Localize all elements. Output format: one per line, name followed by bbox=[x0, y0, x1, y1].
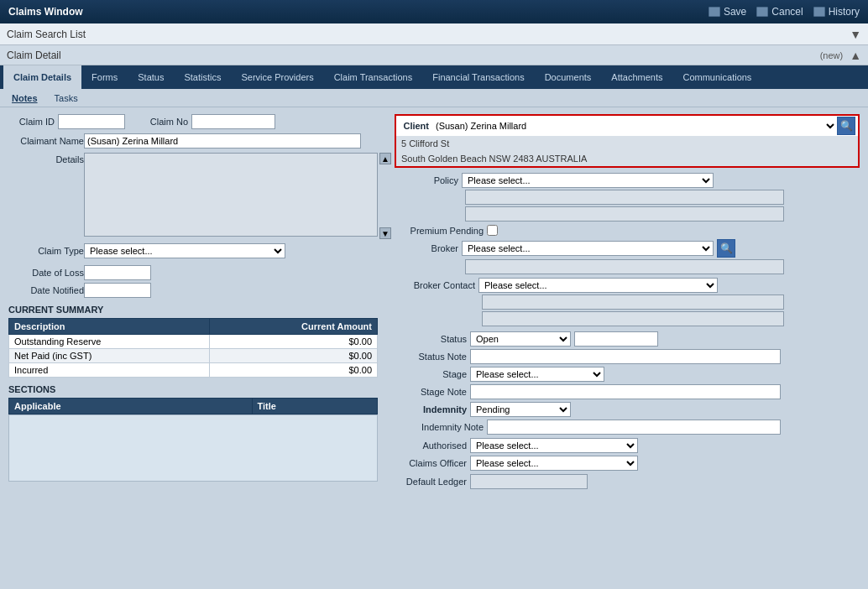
broker-contact-select[interactable]: Please select... bbox=[478, 278, 718, 293]
date-of-loss-row: Date of Loss bbox=[8, 265, 378, 280]
indemnity-note-row: Indemnity Note bbox=[395, 420, 860, 435]
date-notified-row: Date Notified bbox=[8, 283, 378, 298]
claimant-row: Claimant Name bbox=[8, 133, 378, 149]
summary-amount-outstanding: $0.00 bbox=[210, 335, 378, 349]
premium-pending-checkbox[interactable] bbox=[487, 225, 498, 236]
search-bar-toggle[interactable]: ▼ bbox=[850, 28, 861, 41]
summary-desc-netpaid: Net Paid (inc GST) bbox=[9, 349, 210, 363]
left-panel: Claim ID Claim No Claimant Name Details … bbox=[0, 107, 386, 589]
stage-select[interactable]: Please select... bbox=[470, 367, 604, 382]
status-note-field[interactable] bbox=[470, 349, 781, 364]
scroll-down-button[interactable]: ▼ bbox=[379, 227, 391, 239]
summary-row-incurred: Incurred $0.00 bbox=[9, 363, 378, 378]
tab-claim-details[interactable]: Claim Details bbox=[3, 65, 81, 89]
app-title: Claims Window bbox=[8, 6, 83, 18]
tab-statistics[interactable]: Statistics bbox=[174, 65, 231, 89]
title-bar: Claims Window Save Cancel History bbox=[0, 0, 868, 23]
client-box: Client (Susan) Zerina Millard 🔍 5 Cliffo… bbox=[395, 114, 860, 168]
stage-row: Stage Please select... bbox=[395, 367, 860, 382]
broker-select[interactable]: Please select... bbox=[462, 241, 714, 256]
claimant-name-input[interactable] bbox=[84, 133, 361, 149]
premium-pending-label: Premium Pending bbox=[395, 226, 487, 236]
status-note-row: Status Note bbox=[395, 349, 860, 364]
date-of-loss-input[interactable] bbox=[84, 265, 151, 280]
indemnity-row: Indemnity Pending bbox=[395, 402, 860, 417]
authorised-label: Authorised bbox=[395, 440, 470, 451]
date-notified-input[interactable] bbox=[84, 283, 151, 298]
tab-forms[interactable]: Forms bbox=[81, 65, 128, 89]
summary-row-netpaid: Net Paid (inc GST) $0.00 bbox=[9, 349, 378, 363]
status-note-input[interactable] bbox=[574, 331, 658, 347]
sections-body bbox=[8, 414, 378, 482]
sections-header: SECTIONS bbox=[8, 384, 378, 394]
broker-field bbox=[465, 259, 784, 274]
claim-type-label: Claim Type bbox=[8, 246, 84, 256]
client-search-button[interactable]: 🔍 bbox=[837, 117, 855, 135]
claim-status-new: (new) bbox=[820, 50, 844, 60]
broker-row: Broker Please select... 🔍 bbox=[395, 239, 860, 258]
history-button[interactable]: History bbox=[813, 6, 860, 18]
broker-search-button[interactable]: 🔍 bbox=[717, 239, 735, 258]
stage-note-field[interactable] bbox=[470, 384, 781, 399]
premium-row: Premium Pending bbox=[395, 225, 860, 236]
details-label: Details bbox=[8, 153, 84, 164]
default-ledger-label: Default Ledger bbox=[395, 477, 470, 487]
indemnity-select[interactable]: Pending bbox=[470, 402, 571, 417]
details-wrap: ▲ ▼ bbox=[84, 153, 378, 239]
broker-search-icon: 🔍 bbox=[720, 242, 733, 254]
claim-id-group: Claim ID bbox=[8, 114, 125, 129]
tab-service-providers[interactable]: Service Providers bbox=[231, 65, 323, 89]
claims-officer-row: Claims Officer Please select... bbox=[395, 456, 860, 471]
claim-ids-row: Claim ID Claim No bbox=[8, 114, 378, 129]
history-icon bbox=[813, 7, 825, 17]
claim-type-select[interactable]: Please select... bbox=[84, 243, 285, 258]
policy-select[interactable]: Please select... bbox=[462, 173, 714, 188]
cancel-icon bbox=[756, 7, 768, 17]
claim-detail-toggle[interactable]: ▲ bbox=[850, 49, 861, 62]
tab-financial-transactions[interactable]: Financial Transactions bbox=[422, 65, 534, 89]
client-address1: 5 Clifford St bbox=[396, 136, 858, 151]
summary-amount-incurred: $0.00 bbox=[210, 363, 378, 378]
subtab-notes[interactable]: Notes bbox=[3, 89, 46, 107]
scroll-up-button[interactable]: ▲ bbox=[379, 153, 391, 164]
summary-desc-incurred: Incurred bbox=[9, 363, 210, 378]
claim-detail-label: Claim Detail bbox=[7, 50, 61, 61]
save-icon bbox=[709, 7, 720, 17]
claim-detail-bar: Claim Detail (new) ▲ bbox=[0, 45, 868, 65]
authorised-row: Authorised Please select... bbox=[395, 438, 860, 453]
subtab-tasks[interactable]: Tasks bbox=[46, 89, 86, 107]
broker-contact-row: Broker Contact Please select... bbox=[395, 278, 860, 293]
claim-no-input[interactable] bbox=[191, 114, 275, 129]
tab-documents[interactable]: Documents bbox=[535, 65, 602, 89]
summary-row-outstanding: Outstanding Reserve $0.00 bbox=[9, 335, 378, 349]
sections-table: Applicable Title bbox=[8, 398, 378, 414]
details-textarea[interactable] bbox=[84, 153, 378, 237]
cancel-button[interactable]: Cancel bbox=[756, 6, 803, 18]
tab-status[interactable]: Status bbox=[128, 65, 174, 89]
client-select[interactable]: (Susan) Zerina Millard bbox=[432, 118, 837, 133]
right-panel: Client (Susan) Zerina Millard 🔍 5 Cliffo… bbox=[386, 107, 868, 589]
claim-id-label: Claim ID bbox=[8, 117, 55, 127]
tab-claim-transactions[interactable]: Claim Transactions bbox=[324, 65, 423, 89]
status-select[interactable]: Open bbox=[470, 331, 571, 347]
summary-amount-netpaid: $0.00 bbox=[210, 349, 378, 363]
client-label: Client bbox=[399, 121, 432, 131]
claims-officer-select[interactable]: Please select... bbox=[470, 456, 638, 471]
default-ledger-input[interactable] bbox=[470, 474, 588, 489]
client-row: Client (Susan) Zerina Millard 🔍 bbox=[396, 116, 858, 136]
sub-tab-navigation: Notes Tasks bbox=[0, 89, 868, 107]
claim-id-input[interactable] bbox=[58, 114, 125, 129]
summary-col-amount: Current Amount bbox=[210, 319, 378, 335]
tab-attachments[interactable]: Attachments bbox=[601, 65, 672, 89]
broker-contact-field2 bbox=[482, 311, 784, 326]
authorised-select[interactable]: Please select... bbox=[470, 438, 638, 453]
default-ledger-row: Default Ledger bbox=[395, 474, 860, 489]
indemnity-note-field[interactable] bbox=[487, 420, 781, 435]
tab-communications[interactable]: Communications bbox=[672, 65, 761, 89]
claim-type-row: Claim Type Please select... bbox=[8, 243, 378, 258]
stage-note-label: Stage Note bbox=[395, 387, 470, 397]
date-notified-label: Date Notified bbox=[8, 285, 84, 295]
summary-table: Description Current Amount Outstanding R… bbox=[8, 318, 378, 378]
broker-label: Broker bbox=[395, 243, 462, 253]
save-button[interactable]: Save bbox=[709, 6, 746, 18]
